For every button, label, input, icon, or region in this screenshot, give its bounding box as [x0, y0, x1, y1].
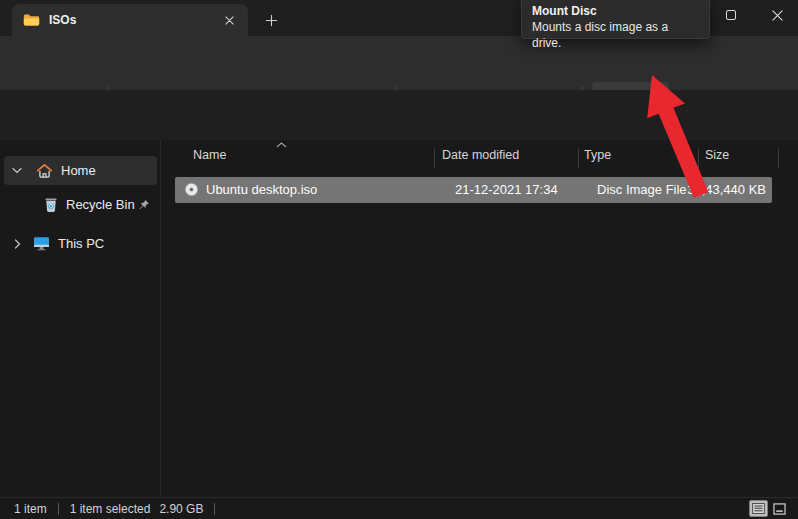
maximize-icon	[726, 10, 736, 20]
sidebar-item-label: Recycle Bin	[66, 197, 138, 212]
status-bar: 1 item 1 item selected 2.90 GB	[0, 497, 798, 519]
column-divider[interactable]	[778, 148, 779, 168]
selection-size: 2.90 GB	[159, 502, 203, 516]
close-icon	[771, 9, 784, 22]
this-pc-icon	[33, 236, 50, 251]
sidebar-item-label: Home	[61, 163, 157, 178]
details-view-icon	[752, 503, 765, 514]
sidebar-item-label: This PC	[58, 236, 157, 251]
tooltip-body: Mounts a disc image as a drive.	[532, 19, 699, 51]
column-header-size[interactable]: Size	[705, 148, 729, 162]
mount-tooltip: Mount Disc Mounts a disc image as a driv…	[521, 0, 710, 39]
column-header-date-modified[interactable]: Date modified	[442, 148, 519, 162]
tooltip-title: Mount Disc	[532, 3, 699, 19]
column-divider[interactable]	[434, 148, 435, 168]
file-name: Ubuntu desktop.iso	[206, 182, 317, 197]
pin-icon	[138, 199, 150, 211]
sidebar-item-home[interactable]: Home	[4, 156, 157, 185]
large-icons-view-toggle[interactable]	[770, 500, 789, 517]
column-header-type[interactable]: Type	[584, 148, 611, 162]
tab-isos[interactable]: ISOs	[12, 4, 248, 36]
recycle-bin-icon	[44, 197, 58, 213]
column-divider[interactable]	[578, 148, 579, 168]
navigation-pane: Home Recycle Bin This PC	[0, 140, 161, 497]
column-header-name[interactable]: Name	[193, 148, 226, 162]
folder-icon	[23, 13, 40, 27]
tab-close-icon[interactable]	[218, 9, 240, 31]
column-divider[interactable]	[698, 148, 699, 168]
file-type: Disc Image File	[597, 182, 687, 197]
selection-count: 1 item selected	[70, 502, 151, 516]
home-icon	[36, 163, 53, 179]
content-area: Home Recycle Bin This PC	[0, 140, 798, 497]
tab-title: ISOs	[49, 13, 218, 27]
file-size: 30,43,440 KB	[687, 182, 766, 197]
sort-ascending-caret-icon	[276, 142, 287, 148]
sidebar-item-this-pc[interactable]: This PC	[4, 229, 157, 258]
sidebar-item-recycle-bin[interactable]: Recycle Bin	[4, 190, 157, 219]
chevron-right-icon[interactable]	[14, 239, 21, 249]
details-view-toggle[interactable]	[749, 500, 768, 517]
status-divider	[58, 503, 59, 515]
item-count: 1 item	[14, 502, 47, 516]
file-explorer-window: ISOs Mount Disc Mounts a disc image as a…	[0, 0, 798, 519]
maximize-button[interactable]	[708, 0, 754, 30]
disc-image-icon	[184, 182, 199, 200]
file-row-ubuntu-iso[interactable]: Ubuntu desktop.iso 21-12-2021 17:34 Disc…	[175, 177, 772, 203]
new-tab-button[interactable]	[258, 9, 284, 31]
status-divider	[214, 503, 215, 515]
large-icons-view-icon	[773, 503, 786, 515]
address-bar-row: Mount ISOs ISOs	[0, 90, 798, 140]
file-date-modified: 21-12-2021 17:34	[455, 182, 558, 197]
chevron-down-icon[interactable]	[12, 167, 22, 174]
close-button[interactable]	[754, 0, 798, 30]
file-list: Name Date modified Type Size Ubuntu desk…	[162, 140, 798, 497]
